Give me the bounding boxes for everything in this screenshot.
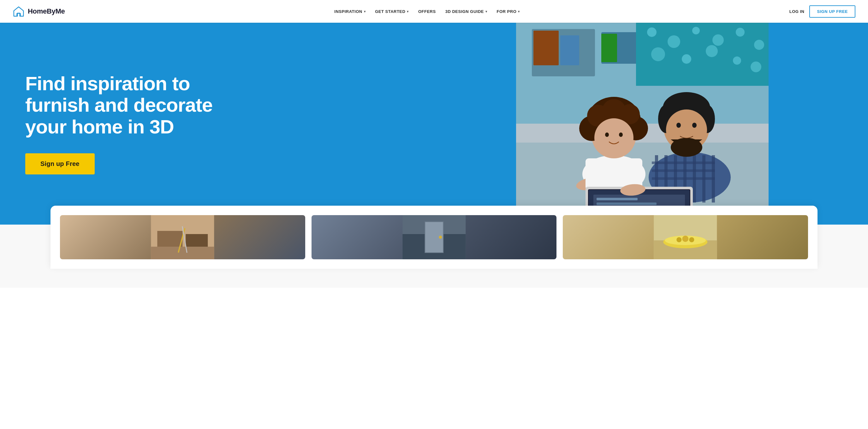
hero-section: Find inspiration to furnish and decorate… [0, 23, 868, 225]
svg-rect-56 [596, 198, 638, 200]
preview-card [51, 206, 817, 269]
nav-for-pro[interactable]: FOR PRO ▾ [493, 7, 524, 16]
navbar-actions: LOG IN SIGN UP FREE [789, 5, 856, 18]
nav-offers[interactable]: OFFERS [414, 7, 440, 16]
preview-thumbnail-1 [60, 215, 305, 259]
svg-point-17 [733, 57, 741, 65]
svg-point-76 [677, 237, 682, 242]
nav-get-started[interactable]: GET STARTED ▾ [371, 7, 412, 16]
chevron-down-icon: ▾ [486, 10, 487, 13]
logo-link[interactable]: HomeByMe [12, 5, 65, 18]
svg-point-16 [706, 45, 718, 57]
hero-image [416, 23, 868, 225]
preview-thumbnail-2 [312, 215, 557, 259]
hero-illustration [416, 23, 868, 225]
svg-point-9 [668, 35, 680, 48]
svg-point-78 [689, 237, 694, 242]
svg-point-14 [651, 47, 665, 61]
signup-nav-button[interactable]: SIGN UP FREE [809, 5, 856, 18]
navbar: HomeByMe INSPIRATION ▾ GET STARTED ▾ OFF… [0, 0, 868, 23]
svg-point-30 [605, 132, 609, 137]
hero-title: Find inspiration to furnish and decorate… [25, 73, 212, 137]
svg-rect-6 [601, 34, 617, 62]
svg-point-31 [619, 132, 623, 137]
svg-rect-42 [652, 169, 715, 172]
svg-point-50 [676, 123, 681, 128]
hero-content: Find inspiration to furnish and decorate… [0, 47, 231, 200]
svg-point-29 [594, 118, 633, 157]
svg-point-51 [692, 123, 696, 128]
chevron-down-icon: ▾ [518, 10, 520, 13]
svg-point-18 [751, 62, 761, 72]
svg-rect-4 [533, 31, 559, 65]
svg-point-13 [754, 40, 764, 50]
svg-rect-41 [652, 162, 715, 164]
svg-point-71 [439, 236, 442, 239]
nav-inspiration[interactable]: INSPIRATION ▾ [331, 7, 369, 16]
svg-rect-64 [151, 247, 214, 259]
nav-3d-design-guide[interactable]: 3D DESIGN GUIDE ▾ [441, 7, 491, 16]
brand-name: HomeByMe [28, 7, 65, 15]
svg-point-10 [692, 27, 700, 34]
svg-rect-57 [596, 202, 656, 205]
chevron-down-icon: ▾ [407, 10, 409, 13]
nav-links: INSPIRATION ▾ GET STARTED ▾ OFFERS 3D DE… [331, 7, 523, 16]
svg-point-11 [712, 34, 724, 46]
chevron-down-icon: ▾ [364, 10, 366, 13]
svg-rect-43 [652, 177, 715, 180]
svg-point-12 [736, 28, 745, 37]
hero-cta-button[interactable]: Sign up Free [25, 153, 95, 174]
svg-point-8 [647, 27, 656, 37]
home-icon [12, 5, 25, 18]
svg-point-15 [682, 54, 691, 64]
bottom-preview-section [0, 225, 868, 288]
login-button[interactable]: LOG IN [789, 9, 805, 14]
svg-point-77 [682, 236, 689, 242]
svg-rect-5 [560, 35, 579, 65]
preview-thumbnail-3 [563, 215, 808, 259]
